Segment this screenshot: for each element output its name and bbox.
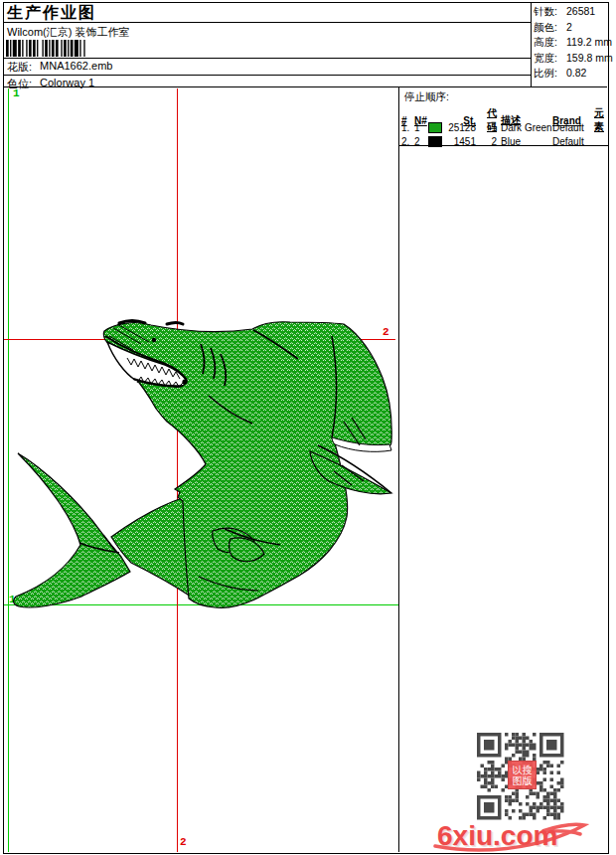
design-file-row: 花版: MNA1662.emb	[7, 60, 112, 75]
stat-colors: 颜色:2	[534, 20, 613, 36]
colorway-row-rule	[4, 75, 531, 76]
barcode	[6, 40, 117, 57]
watermark: 6xiu.com	[433, 818, 592, 852]
stat-stitches: 针数:26581	[534, 4, 613, 20]
stop-sequence-title: 停止顺序:	[399, 87, 608, 106]
page-title: 生产作业图	[7, 3, 96, 24]
tail-fin	[14, 453, 130, 607]
table-row: 1. 1 25128 1 Dark Green Default	[399, 120, 608, 134]
table-row: 2. 2 1451 2 Blue Default	[399, 134, 608, 148]
production-worksheet: 生产作业图 Wilcom(汇京) 装饰工作室 花版: MNA1662.emb 色…	[0, 0, 616, 855]
stat-scale: 比例:0.82	[534, 66, 613, 82]
color-swatch	[428, 122, 442, 133]
stop-sequence-header: # N# St. 代码 描述 Brand 元素	[399, 106, 608, 120]
design-row-rule	[4, 58, 531, 59]
header-vertical-divider	[531, 2, 532, 87]
stop-sequence-table: 停止顺序: # N# St. 代码 描述 Brand 元素 1. 1 25128…	[399, 87, 608, 148]
watermark-swoosh	[433, 818, 592, 852]
stat-height: 高度:119.2 mm	[534, 35, 613, 51]
design-file-value: MNA1662.emb	[40, 60, 112, 75]
design-stats: 针数:26581 颜色:2 高度:119.2 mm 宽度:159.8 mm 比例…	[534, 4, 613, 82]
red-seal-stamp: 以搜 图版	[508, 761, 537, 789]
color-swatch	[428, 136, 442, 147]
studio-name: Wilcom(汇京) 装饰工作室	[7, 25, 129, 40]
design-file-label: 花版:	[7, 60, 32, 75]
stat-width: 宽度:159.8 mm	[534, 51, 613, 67]
shark-embroidery-design	[4, 87, 401, 853]
